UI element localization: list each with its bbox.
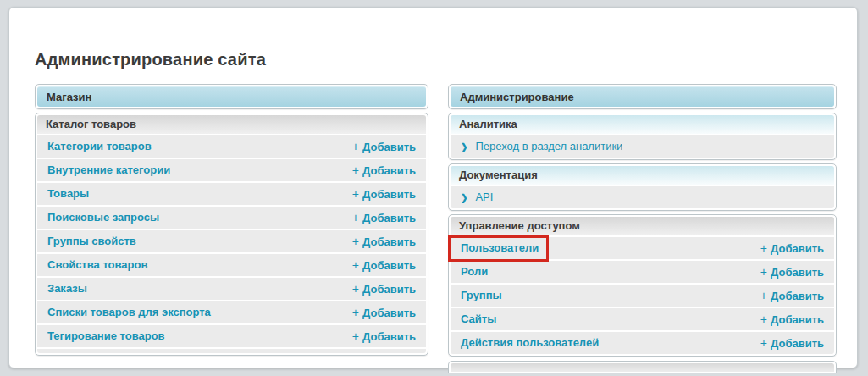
add-label: Добавить bbox=[362, 141, 416, 153]
module-title-documentation: Документация bbox=[451, 166, 834, 185]
add-link[interactable]: +Добавить bbox=[352, 183, 416, 206]
plus-icon: + bbox=[760, 289, 767, 302]
model-link[interactable]: Пользователи bbox=[461, 237, 539, 259]
model-link[interactable]: Внутренние категории bbox=[47, 159, 170, 181]
panel-header-box-administration: Администрирование bbox=[448, 84, 837, 109]
model-row: Категории товаров+Добавить bbox=[37, 135, 426, 158]
plus-icon: + bbox=[352, 306, 359, 319]
plus-icon: + bbox=[760, 312, 767, 326]
model-row: Товары+Добавить bbox=[37, 183, 426, 205]
partial-module-box bbox=[448, 361, 837, 373]
plus-icon: + bbox=[352, 211, 359, 224]
add-label: Добавить bbox=[362, 259, 416, 272]
add-link[interactable]: +Добавить bbox=[352, 135, 416, 158]
model-row: Заказы+Добавить bbox=[37, 278, 426, 300]
add-label: Добавить bbox=[362, 235, 416, 248]
panel-header-shop: Магазин bbox=[37, 86, 426, 107]
panel-shop: МагазинКаталог товаровКатегории товаров+… bbox=[35, 84, 428, 356]
module-title-analytics: Аналитика bbox=[451, 115, 834, 134]
model-link[interactable]: Сайты bbox=[461, 308, 496, 330]
admin-page-card: Администрирование сайта МагазинКаталог т… bbox=[8, 7, 858, 368]
plus-icon: + bbox=[352, 235, 359, 248]
plus-icon: + bbox=[760, 241, 767, 255]
plus-icon: + bbox=[760, 265, 767, 279]
nav-link-wrap: ❯Переход в раздел аналитики bbox=[461, 135, 622, 158]
add-link[interactable]: +Добавить bbox=[352, 207, 416, 229]
plus-icon: + bbox=[352, 282, 359, 296]
add-link[interactable]: +Добавить bbox=[352, 230, 416, 253]
add-label: Добавить bbox=[362, 164, 416, 177]
model-row: ❯API bbox=[451, 186, 834, 208]
plus-icon: + bbox=[760, 336, 767, 350]
module-documentation: Документация❯API bbox=[448, 163, 837, 211]
model-row: Роли+Добавить bbox=[451, 261, 834, 283]
model-link[interactable]: Группы bbox=[461, 285, 502, 307]
add-link[interactable]: +Добавить bbox=[760, 261, 824, 284]
model-link[interactable]: Категории товаров bbox=[47, 135, 152, 158]
add-label: Добавить bbox=[362, 307, 416, 319]
model-row: Группы свойств+Добавить bbox=[37, 230, 426, 252]
plus-icon: + bbox=[352, 258, 359, 272]
add-label: Добавить bbox=[771, 337, 824, 350]
nav-link[interactable]: API bbox=[475, 191, 493, 203]
add-link[interactable]: +Добавить bbox=[760, 332, 824, 355]
add-label: Добавить bbox=[362, 283, 416, 296]
model-link[interactable]: Роли bbox=[461, 261, 488, 283]
model-row: Внутренние категории+Добавить bbox=[37, 159, 426, 181]
module-access-management: Управление доступомПользователи+Добавить… bbox=[448, 214, 837, 357]
model-row: Группы+Добавить bbox=[451, 285, 834, 307]
partial-row bbox=[37, 349, 426, 353]
model-link[interactable]: Заказы bbox=[47, 278, 87, 300]
chevron-right-icon: ❯ bbox=[461, 135, 467, 159]
model-link[interactable]: Тегирование товаров bbox=[47, 325, 165, 347]
panels-container: МагазинКаталог товаровКатегории товаров+… bbox=[35, 84, 837, 373]
model-row: ❯Переход в раздел аналитики bbox=[451, 135, 834, 158]
panel-header-box-shop: Магазин bbox=[35, 84, 428, 109]
nav-link-wrap: ❯API bbox=[461, 186, 493, 209]
model-link[interactable]: Товары bbox=[47, 183, 89, 205]
add-label: Добавить bbox=[771, 313, 824, 326]
model-row: Пользователи+Добавить bbox=[451, 237, 834, 259]
model-link[interactable]: Поисковые запросы bbox=[47, 207, 159, 229]
add-label: Добавить bbox=[362, 212, 416, 224]
add-link[interactable]: +Добавить bbox=[760, 308, 824, 331]
add-link[interactable]: +Добавить bbox=[352, 159, 416, 182]
model-link[interactable]: Группы свойств bbox=[47, 230, 136, 252]
module-title-catalog: Каталог товаров bbox=[37, 115, 426, 134]
add-link[interactable]: +Добавить bbox=[760, 237, 824, 260]
add-label: Добавить bbox=[362, 188, 416, 201]
plus-icon: + bbox=[352, 329, 359, 343]
add-link[interactable]: +Добавить bbox=[352, 278, 416, 301]
module-catalog: Каталог товаровКатегории товаров+Добавит… bbox=[35, 113, 428, 356]
model-row: Поисковые запросы+Добавить bbox=[37, 207, 426, 229]
add-link[interactable]: +Добавить bbox=[352, 301, 416, 324]
partial-module-header bbox=[451, 363, 834, 372]
model-link[interactable]: Списки товаров для экспорта bbox=[47, 301, 211, 323]
panel-administration: АдминистрированиеАналитика❯Переход в раз… bbox=[448, 84, 837, 373]
model-row: Списки товаров для экспорта+Добавить bbox=[37, 301, 426, 323]
model-row: Свойства товаров+Добавить bbox=[37, 254, 426, 276]
nav-link[interactable]: Переход в раздел аналитики bbox=[475, 140, 622, 152]
model-row: Сайты+Добавить bbox=[451, 308, 834, 330]
plus-icon: + bbox=[352, 187, 359, 201]
add-label: Добавить bbox=[771, 290, 824, 302]
add-label: Добавить bbox=[362, 330, 416, 343]
add-link[interactable]: +Добавить bbox=[352, 325, 416, 348]
model-row: Действия пользователей+Добавить bbox=[451, 332, 834, 354]
plus-icon: + bbox=[352, 140, 359, 153]
plus-icon: + bbox=[352, 163, 359, 177]
add-label: Добавить bbox=[771, 242, 824, 255]
model-link[interactable]: Действия пользователей bbox=[461, 332, 599, 354]
add-label: Добавить bbox=[771, 266, 824, 279]
module-title-access-management: Управление доступом bbox=[451, 217, 834, 235]
model-row: Тегирование товаров+Добавить bbox=[37, 325, 426, 347]
page-title: Администрирование сайта bbox=[35, 50, 266, 69]
add-link[interactable]: +Добавить bbox=[760, 285, 824, 307]
add-link[interactable]: +Добавить bbox=[352, 254, 416, 277]
chevron-right-icon: ❯ bbox=[461, 185, 467, 210]
panel-header-administration: Администрирование bbox=[451, 86, 834, 107]
module-analytics: Аналитика❯Переход в раздел аналитики bbox=[448, 113, 837, 160]
model-link[interactable]: Свойства товаров bbox=[47, 254, 147, 276]
